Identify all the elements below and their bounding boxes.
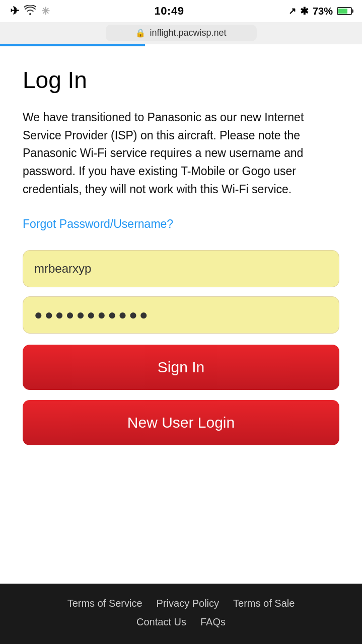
url-bar-inner[interactable]: 🔒 inflight.pacwisp.net (106, 25, 257, 41)
bluetooth-icon: ✱ (300, 5, 309, 17)
footer-row-2: Contact Us FAQs (15, 616, 347, 628)
terms-of-sale-link[interactable]: Terms of Sale (233, 598, 295, 609)
contact-us-link[interactable]: Contact Us (136, 616, 186, 628)
url-bar[interactable]: 🔒 inflight.pacwisp.net (0, 22, 362, 44)
forgot-password-link[interactable]: Forgot Password/Username? (23, 217, 173, 231)
battery-icon (337, 7, 352, 15)
privacy-policy-link[interactable]: Privacy Policy (157, 598, 219, 609)
terms-of-service-link[interactable]: Terms of Service (67, 598, 142, 609)
username-input[interactable] (23, 250, 339, 287)
page-title: Log In (23, 66, 339, 94)
main-content: Log In We have transitioned to Panasonic… (0, 46, 362, 584)
loading-icon: ✳ (41, 5, 50, 17)
battery-percent: 73% (313, 6, 333, 17)
sign-in-button[interactable]: Sign In (23, 345, 339, 390)
status-left-icons: ✈ ✳ (10, 5, 50, 18)
wifi-icon (24, 5, 36, 18)
password-dots-text: ●●●●●●●●●●● (34, 307, 150, 323)
footer-row-1: Terms of Service Privacy Policy Terms of… (15, 598, 347, 609)
lock-icon: 🔒 (135, 28, 146, 38)
location-icon: ↗ (288, 6, 296, 17)
status-right-icons: ↗ ✱ 73% (288, 5, 352, 17)
airplane-icon: ✈ (10, 5, 19, 18)
footer: Terms of Service Privacy Policy Terms of… (0, 584, 362, 644)
faqs-link[interactable]: FAQs (200, 616, 226, 628)
url-text: inflight.pacwisp.net (150, 28, 226, 38)
status-time: 10:49 (155, 5, 184, 18)
new-user-login-button[interactable]: New User Login (23, 400, 339, 445)
status-bar: ✈ ✳ 10:49 ↗ ✱ 73% (0, 0, 362, 22)
password-field-display[interactable]: ●●●●●●●●●●● (23, 296, 339, 334)
intro-paragraph: We have transitioned to Panasonic as our… (23, 109, 339, 198)
